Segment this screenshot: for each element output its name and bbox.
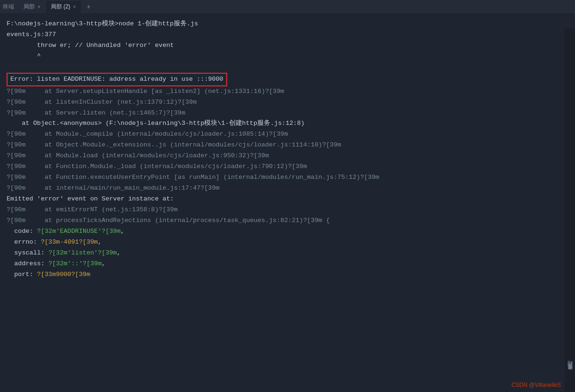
code-value-3: ?[32m'listen'?[39m	[48, 249, 117, 256]
line-13: ?[90m at Module.load (internal/modules/c…	[7, 151, 568, 161]
line-4: ^	[7, 51, 568, 62]
line-18: ?[90m at emitErrorNT (net.js:1358:8)?[39…	[7, 205, 568, 215]
tab-local-2[interactable]: 局部 (2) ×	[46, 1, 81, 13]
error-highlight-text: Error: listen EADDRINUSE: address alread…	[7, 73, 227, 86]
error-line: Error: listen EADDRINUSE: address alread…	[7, 73, 568, 86]
tab-local[interactable]: 局部 ×	[19, 1, 45, 13]
line-11: ?[90m at Module._compile (internal/modul…	[7, 129, 568, 140]
line-7: ?[90m at Server.setupListenHandle [as _l…	[7, 86, 568, 97]
sidebar-right: 结构 收藏夹	[565, 28, 575, 392]
line-1: F:\nodejs-learning\3-http模块>node 1-创建htt…	[7, 19, 568, 30]
line-22: syscall: ?[32m'listen'?[39m,	[7, 248, 568, 259]
tab-local-2-label: 局部 (2)	[51, 3, 70, 11]
tab-add-button[interactable]: +	[84, 2, 94, 12]
line-15: ?[90m at Function.executeUserEntryPoint …	[7, 172, 568, 183]
tab-local-2-close[interactable]: ×	[73, 4, 76, 9]
line-23: address: ?[32m'::'?[39m,	[7, 259, 568, 269]
line-24: port: ?[33m9000?[39m	[7, 269, 568, 280]
tab-bar: 终端 局部 × 局部 (2) × +	[0, 0, 575, 14]
tab-local-close[interactable]: ×	[38, 4, 40, 9]
tab-local-label: 局部	[23, 3, 35, 11]
code-value-4: ?[32m'::'?[39m	[48, 260, 101, 267]
line-2: events.js:377	[7, 30, 568, 40]
line-21: errno: ?[33m-4091?[39m,	[7, 237, 568, 248]
line-9: ?[90m at Server.listen (net.js:1465:7)?[…	[7, 108, 568, 119]
line-17: Emitted 'error' event on Server instance…	[7, 194, 568, 205]
tab-group-label: 终端	[3, 3, 14, 11]
line-12: ?[90m at Object.Module._extensions..js (…	[7, 140, 568, 151]
code-value-5: ?[33m9000?[39m	[37, 271, 90, 278]
code-value-1: ?[32m'EADDRINUSE'?[39m	[37, 228, 121, 235]
terminal-output: F:\nodejs-learning\3-http模块>node 1-创建htt…	[0, 14, 575, 392]
line-20: code: ?[32m'EADDRINUSE'?[39m,	[7, 226, 568, 237]
line-3: throw er; // Unhandled 'error' event	[7, 40, 568, 51]
code-value-2: ?[33m-4091?[39m	[41, 238, 98, 246]
line-14: ?[90m at Function.Module._load (internal…	[7, 161, 568, 172]
line-19: ?[90m at processTicksAndRejections (inte…	[7, 215, 568, 226]
line-16: ?[90m at internal/main/run_main_module.j…	[7, 183, 568, 194]
csdn-watermark: CSDN @VillanelleS	[512, 382, 561, 388]
line-10: at Object.<anonymous> (F:\nodejs-learnin…	[7, 118, 568, 129]
line-5	[7, 62, 568, 73]
line-8: ?[90m at listenInCluster (net.js:1379:12…	[7, 97, 568, 108]
